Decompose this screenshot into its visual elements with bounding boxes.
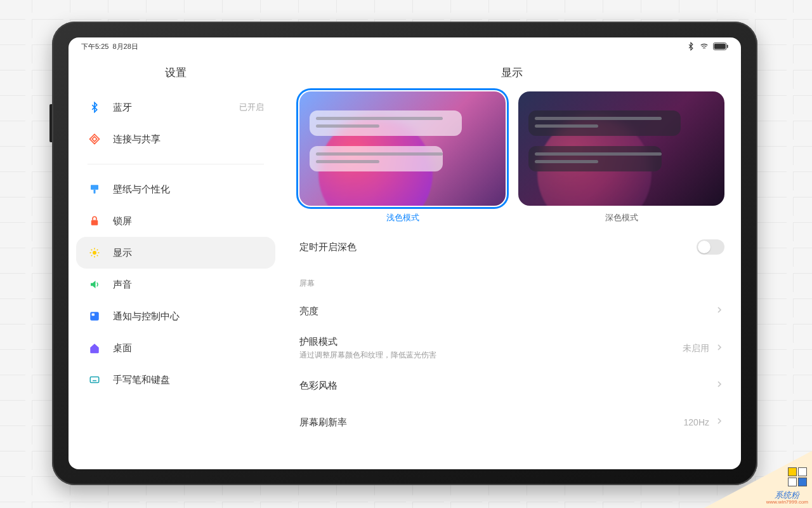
battery-icon	[713, 42, 728, 51]
watermark: 系统粉 www.win7999.com	[704, 451, 812, 508]
row-color-style[interactable]: 色彩风格	[299, 367, 724, 404]
svg-line-14	[97, 255, 98, 257]
sidebar-item-label: 手写笔和键盘	[113, 374, 264, 386]
sidebar-item-bluetooth[interactable]: 蓝牙 已开启	[76, 91, 275, 123]
sidebar-item-notifications[interactable]: 通知与控制中心	[76, 300, 275, 332]
sidebar-item-wallpaper[interactable]: 壁纸与个性化	[76, 173, 275, 205]
share-icon	[88, 132, 102, 146]
svg-marker-3	[90, 135, 100, 144]
row-title: 护眼模式	[299, 336, 683, 348]
svg-rect-5	[91, 185, 98, 190]
sidebar-item-label: 壁纸与个性化	[113, 184, 264, 196]
row-title: 色彩风格	[299, 380, 714, 392]
panel-icon	[88, 309, 102, 323]
row-schedule-dark: 定时开启深色	[299, 229, 724, 265]
watermark-brand: 系统粉	[775, 490, 799, 500]
theme-label-light: 浅色模式	[386, 212, 419, 224]
row-subtitle: 通过调整屏幕颜色和纹理，降低蓝光伤害	[299, 350, 683, 361]
theme-mode-selector: 浅色模式 深色模式	[299, 91, 724, 224]
svg-line-15	[91, 255, 93, 257]
tablet-screen: 下午5:25 8月28日 设置 蓝牙 已开启	[69, 37, 741, 469]
row-value: 未启用	[683, 343, 709, 354]
sidebar-item-label: 锁屏	[113, 215, 264, 227]
lock-icon	[88, 214, 102, 228]
theme-card-light[interactable]	[299, 91, 506, 206]
row-brightness[interactable]: 亮度	[299, 293, 724, 330]
sidebar-item-value: 已开启	[239, 102, 264, 113]
sidebar: 设置 蓝牙 已开启 连接与共享	[69, 55, 283, 469]
detail-title: 显示	[299, 55, 724, 91]
bluetooth-icon	[88, 100, 102, 114]
svg-rect-17	[90, 312, 99, 321]
row-title: 定时开启深色	[299, 241, 697, 253]
sidebar-item-label: 蓝牙	[113, 102, 239, 114]
sun-icon	[88, 246, 102, 260]
status-date: 8月28日	[112, 42, 138, 51]
sidebar-title: 设置	[76, 55, 275, 91]
sidebar-item-label: 桌面	[113, 342, 264, 354]
sidebar-item-label: 声音	[113, 279, 264, 291]
power-button[interactable]	[49, 104, 52, 142]
svg-rect-18	[92, 314, 95, 316]
bluetooth-icon	[686, 42, 695, 51]
wifi-icon	[699, 42, 709, 51]
svg-rect-19	[90, 377, 99, 383]
svg-marker-4	[92, 137, 97, 142]
keyboard-icon	[88, 373, 102, 387]
row-eye-mode[interactable]: 护眼模式 通过调整屏幕颜色和纹理，降低蓝光伤害 未启用	[299, 330, 724, 367]
row-refresh-rate[interactable]: 屏幕刷新率 120Hz	[299, 404, 724, 441]
sidebar-item-label: 连接与共享	[113, 133, 264, 145]
status-bar: 下午5:25 8月28日	[69, 37, 741, 55]
theme-label-dark: 深色模式	[605, 212, 638, 224]
chevron-right-icon	[714, 416, 724, 429]
svg-rect-1	[714, 44, 726, 50]
theme-card-dark[interactable]	[518, 91, 724, 206]
row-title: 屏幕刷新率	[299, 417, 684, 429]
detail-pane: 显示 浅色模式	[283, 55, 741, 469]
sidebar-item-stylus[interactable]: 手写笔和键盘	[76, 364, 275, 396]
sidebar-item-home[interactable]: 桌面	[76, 332, 275, 364]
sidebar-item-connect-share[interactable]: 连接与共享	[76, 123, 275, 155]
sidebar-item-label: 通知与控制中心	[113, 311, 264, 323]
sidebar-divider	[88, 164, 264, 164]
chevron-right-icon	[714, 379, 724, 392]
status-time: 下午5:25	[81, 42, 108, 51]
svg-line-16	[97, 250, 98, 251]
sidebar-item-label: 显示	[113, 247, 264, 259]
row-title: 亮度	[299, 305, 714, 318]
svg-rect-7	[91, 220, 98, 225]
sidebar-item-sound[interactable]: 声音	[76, 269, 275, 300]
speaker-icon	[88, 277, 102, 291]
watermark-url: www.win7999.com	[766, 500, 808, 505]
section-header-screen: 屏幕	[299, 265, 724, 293]
sidebar-item-lockscreen[interactable]: 锁屏	[76, 205, 275, 237]
brush-icon	[88, 182, 102, 196]
svg-rect-2	[727, 44, 728, 48]
sidebar-item-display[interactable]: 显示	[76, 237, 275, 269]
svg-point-8	[93, 251, 96, 255]
chevron-right-icon	[714, 342, 724, 355]
row-value: 120Hz	[684, 417, 709, 427]
svg-line-13	[91, 250, 93, 251]
home-icon	[88, 341, 102, 355]
chevron-right-icon	[714, 305, 724, 318]
toggle-schedule-dark[interactable]	[697, 239, 724, 255]
svg-rect-6	[94, 190, 96, 194]
tablet-frame: 下午5:25 8月28日 设置 蓝牙 已开启	[52, 22, 757, 485]
